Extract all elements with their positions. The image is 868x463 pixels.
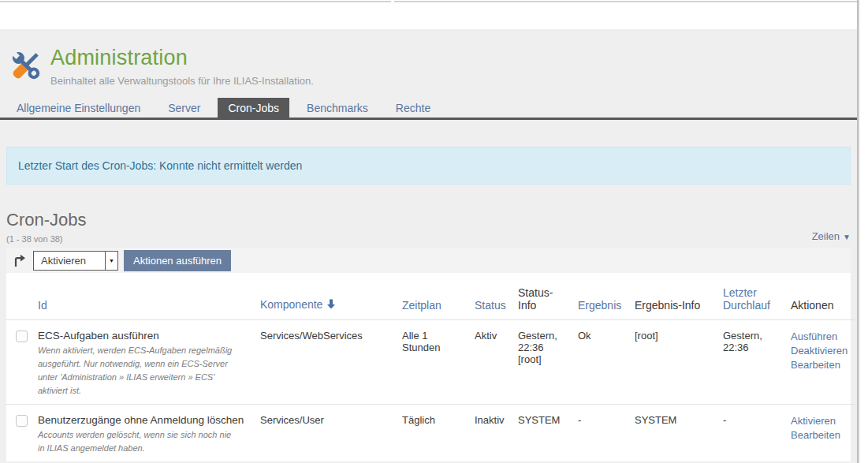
- column-header-status-info: Status-Info: [512, 273, 572, 319]
- column-header-id: Id: [32, 273, 254, 319]
- tab-cron-jobs[interactable]: Cron-Jobs: [218, 98, 289, 118]
- info-message-text: Letzter Start des Cron-Jobs: Konnte nich…: [18, 159, 302, 172]
- cell-letzter-durchlauf: Gestern, 22:36: [717, 319, 784, 404]
- page-header: Administration Beinhaltet alle Verwaltun…: [0, 29, 857, 87]
- rows-menu-button[interactable]: Zeilen▼: [812, 230, 851, 244]
- tab-server[interactable]: Server: [158, 98, 210, 118]
- action-link[interactable]: Bearbeiten: [791, 358, 849, 372]
- action-link[interactable]: Bearbeiten: [791, 428, 849, 442]
- tab-allgemeine-einstellungen[interactable]: Allgemeine Einstellungen: [6, 98, 151, 118]
- cron-jobs-panel: Aktivieren ▼ Aktionen ausführen Id Komp: [6, 248, 851, 461]
- action-link[interactable]: Aktivieren: [791, 414, 849, 428]
- cell-status-info: SYSTEM: [512, 404, 572, 461]
- job-title: Benutzerzugänge ohne Anmeldung löschen: [38, 414, 248, 426]
- column-header-zeitplan: Zeitplan: [396, 273, 468, 319]
- cell-komponente: Services/WebServices: [254, 319, 396, 404]
- cell-ergebnis: -: [572, 404, 628, 461]
- table-title: Cron-Jobs: [6, 210, 86, 230]
- cell-ergebnis: Ok: [572, 319, 628, 404]
- table-heading-row: Cron-Jobs (1 - 38 von 38) Zeilen▼: [6, 210, 851, 244]
- page-header-titles: Administration Beinhaltet alle Verwaltun…: [50, 46, 314, 87]
- cell-aktionen: Ausführen Deaktivieren Bearbeiten: [784, 319, 855, 404]
- column-header-ergebnis: Ergebnis: [572, 273, 628, 319]
- sort-desc-arrow-icon: [326, 299, 336, 312]
- table-header: Id Komponente Zeitplan Status Status-Inf…: [6, 273, 855, 319]
- cell-status: Aktiv: [468, 319, 512, 404]
- table-count: (1 - 38 von 38): [6, 234, 86, 244]
- column-header-ergebnis-info: Ergebnis-Info: [628, 273, 717, 319]
- window-top-border: [0, 1, 391, 2]
- bulk-actions-toolbar: Aktivieren ▼ Aktionen ausführen: [6, 248, 851, 273]
- column-header-status: Status: [468, 273, 512, 319]
- cell-select: [6, 319, 32, 404]
- column-header-letzter-durchlauf: Letzter Durchlauf: [717, 273, 784, 319]
- rows-menu-label: Zeilen: [812, 230, 840, 242]
- content-area: Administration Beinhaltet alle Verwaltun…: [0, 29, 857, 463]
- window-right-border: [857, 0, 859, 463]
- execute-actions-button[interactable]: Aktionen ausführen: [124, 250, 231, 271]
- action-link[interactable]: Deaktivieren: [791, 344, 849, 358]
- cron-jobs-table: Id Komponente Zeitplan Status Status-Inf…: [6, 273, 855, 461]
- cell-zeitplan: Täglich: [396, 404, 468, 461]
- bulk-action-selected-value: Aktivieren: [34, 252, 105, 270]
- cell-ergebnis-info: [root]: [628, 319, 717, 404]
- page-title: Administration: [50, 46, 314, 70]
- administration-tools-icon: [8, 47, 44, 84]
- cell-ergebnis-info: SYSTEM: [628, 404, 717, 461]
- tab-rechte[interactable]: Rechte: [386, 98, 441, 118]
- page: Administration Beinhaltet alle Verwaltun…: [0, 0, 868, 463]
- cell-komponente: Services/User: [254, 404, 396, 461]
- info-message-box: Letzter Start des Cron-Jobs: Konnte nich…: [6, 147, 851, 185]
- table-heading: Cron-Jobs (1 - 38 von 38): [6, 210, 86, 244]
- select-dropdown-arrow-icon: ▼: [105, 252, 117, 270]
- cell-id: Benutzerzugänge ohne Anmeldung löschen A…: [32, 404, 254, 461]
- apply-to-selection-arrow-icon: [12, 252, 28, 268]
- cron-job-row: ECS-Aufgaben ausführen Wenn aktiviert, w…: [6, 319, 855, 404]
- bulk-action-select[interactable]: Aktivieren ▼: [33, 251, 118, 271]
- tab-bar: Allgemeine Einstellungen Server Cron-Job…: [0, 98, 857, 120]
- action-link[interactable]: Ausführen: [791, 330, 849, 344]
- column-header-aktionen: Aktionen: [784, 273, 855, 319]
- page-subtitle: Beinhaltet alle Verwaltungstools für Ihr…: [50, 75, 314, 87]
- cell-status: Inaktiv: [468, 404, 512, 461]
- header-checkbox-spacer: [6, 273, 32, 319]
- chevron-down-icon: ▼: [843, 233, 851, 241]
- cell-zeitplan: Alle 1 Stunden: [396, 319, 468, 404]
- row-checkbox[interactable]: [16, 415, 28, 427]
- job-description: Accounts werden gelöscht, wenn sie sich …: [38, 428, 248, 455]
- window-top-border: [394, 1, 858, 2]
- cell-aktionen: Aktivieren Bearbeiten: [784, 404, 855, 461]
- cell-letzter-durchlauf: -: [717, 404, 784, 461]
- cell-status-info: Gestern, 22:36 [root]: [512, 319, 572, 404]
- cell-select: [6, 404, 32, 461]
- job-description: Wenn aktiviert, werden ECS-Aufgaben rege…: [38, 344, 248, 398]
- job-title: ECS-Aufgaben ausführen: [38, 330, 248, 342]
- column-header-komponente: Komponente: [254, 273, 396, 319]
- row-checkbox[interactable]: [16, 330, 28, 342]
- cron-job-row: Benutzerzugänge ohne Anmeldung löschen A…: [6, 404, 855, 461]
- cell-id: ECS-Aufgaben ausführen Wenn aktiviert, w…: [32, 319, 254, 404]
- tab-benchmarks[interactable]: Benchmarks: [296, 98, 378, 118]
